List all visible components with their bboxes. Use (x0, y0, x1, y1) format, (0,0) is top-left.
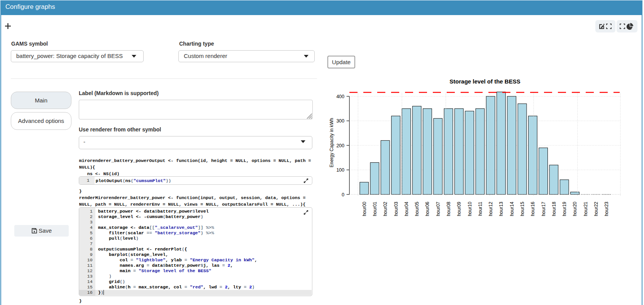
svg-text:hour22: hour22 (593, 201, 599, 216)
svg-text:hour18: hour18 (551, 201, 557, 216)
svg-text:hour02: hour02 (383, 201, 388, 216)
svg-text:hour12: hour12 (488, 201, 493, 216)
svg-text:hour23: hour23 (604, 201, 609, 216)
svg-text:hour21: hour21 (583, 201, 588, 216)
svg-text:hour10: hour10 (467, 201, 473, 216)
svg-text:Storage level of the BESS: Storage level of the BESS (449, 78, 520, 85)
svg-text:hour05: hour05 (414, 201, 420, 216)
svg-text:Energy Capacity in kWh: Energy Capacity in kWh (329, 118, 334, 167)
svg-text:300: 300 (336, 118, 344, 124)
svg-text:400: 400 (336, 94, 344, 99)
svg-text:hour15: hour15 (520, 201, 525, 216)
svg-text:hour00: hour00 (362, 201, 367, 216)
svg-text:hour08: hour08 (446, 201, 451, 216)
svg-text:hour19: hour19 (562, 201, 567, 216)
svg-text:hour20: hour20 (572, 201, 578, 216)
svg-text:hour03: hour03 (393, 201, 399, 216)
svg-text:200: 200 (336, 143, 344, 148)
svg-text:hour06: hour06 (425, 201, 430, 216)
svg-text:hour11: hour11 (478, 201, 483, 216)
svg-text:hour13: hour13 (498, 201, 504, 216)
svg-text:hour14: hour14 (509, 201, 515, 216)
svg-text:hour17: hour17 (541, 201, 546, 216)
svg-text:hour16: hour16 (530, 201, 536, 216)
svg-text:100: 100 (336, 167, 344, 173)
svg-text:0: 0 (342, 192, 344, 198)
svg-text:hour01: hour01 (372, 201, 378, 216)
svg-text:hour04: hour04 (404, 201, 409, 216)
svg-text:hour09: hour09 (456, 201, 462, 216)
svg-text:hour07: hour07 (436, 201, 441, 216)
